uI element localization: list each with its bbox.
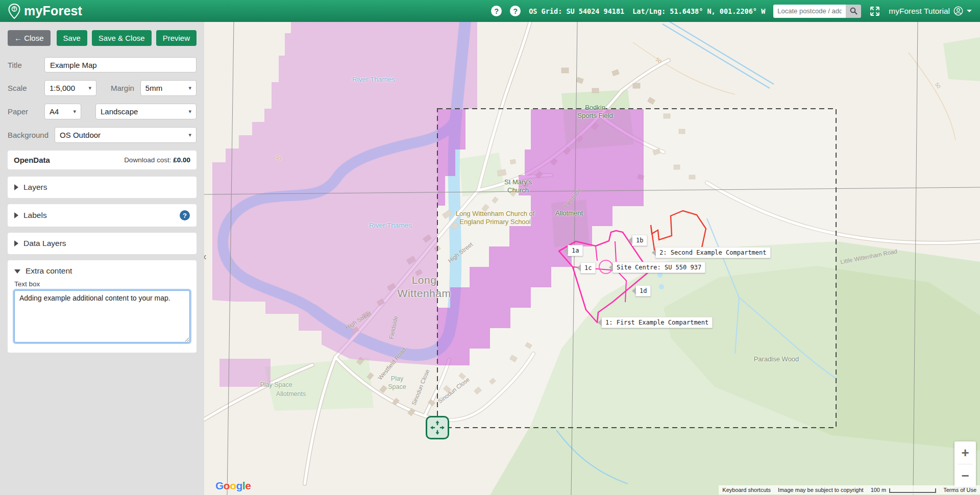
map-base-art xyxy=(204,22,980,495)
preview-button[interactable]: Preview xyxy=(156,30,197,46)
close-button[interactable]: ← Close xyxy=(8,30,51,46)
accordion-data-layers[interactable]: Data Layers xyxy=(8,233,197,254)
accordion-label: Layers xyxy=(23,183,47,192)
margin-label: Margin xyxy=(111,84,134,92)
map-marker-label[interactable]: 1d xyxy=(635,285,651,296)
map-marker-label[interactable]: 1: First Example Compartment xyxy=(601,317,713,328)
map-marker-label[interactable]: Site Centre: SU 550 937 xyxy=(612,262,705,273)
background-label: Background xyxy=(8,131,48,139)
user-avatar-icon xyxy=(953,6,963,16)
map-zoom-control: + − xyxy=(954,441,976,487)
opendata-cost-row: OpenData Download cost: £0.00 xyxy=(8,151,197,169)
os-grid-readout: OS Grid: SU 54024 94181 xyxy=(529,7,624,15)
user-menu[interactable]: myForest Tutorial xyxy=(889,6,972,16)
orientation-select[interactable]: Landscape▾ xyxy=(95,104,197,119)
map-marker-label[interactable]: 1b xyxy=(632,235,647,246)
user-menu-label: myForest Tutorial xyxy=(889,7,950,16)
fullscreen-icon[interactable] xyxy=(869,6,880,17)
help-icon[interactable]: ? xyxy=(491,6,502,16)
search-icon xyxy=(850,7,857,15)
sidebar-collapse-chevron[interactable]: ‹ xyxy=(204,251,207,262)
title-label: Title xyxy=(8,61,39,69)
download-cost: Download cost: £0.00 xyxy=(124,156,190,164)
map-marker-label[interactable]: 2: Second Example Compartment xyxy=(655,247,771,258)
extra-content-textarea[interactable] xyxy=(14,290,190,342)
top-header-bar: myForest ? ? OS Grid: SU 54024 94181 Lat… xyxy=(0,0,980,22)
app-logo[interactable]: myForest xyxy=(8,4,82,19)
chevron-down-icon: ▾ xyxy=(88,85,91,91)
zoom-out-button[interactable]: − xyxy=(954,464,976,487)
textbox-label: Text box xyxy=(14,280,190,288)
map-editor-sidebar: ← Close Save Save & Close Preview Title … xyxy=(0,22,204,495)
opendata-label: OpenData xyxy=(14,156,50,164)
chevron-down-icon: ▾ xyxy=(73,108,76,115)
move-arrows-icon xyxy=(429,419,446,436)
save-and-close-button[interactable]: Save & Close xyxy=(92,30,152,46)
background-select[interactable]: OS Outdoor▾ xyxy=(55,127,197,143)
save-button[interactable]: Save xyxy=(57,30,87,46)
map-pin-logo-icon xyxy=(8,4,20,19)
accordion-extra-content[interactable]: Extra content xyxy=(14,266,190,276)
accordion-layers[interactable]: Layers xyxy=(8,177,197,198)
paper-label: Paper xyxy=(8,107,39,116)
map-canvas[interactable]: ‹ Bodkin Sports FieldSt Mary's ChurchAll… xyxy=(204,22,980,495)
search-button[interactable] xyxy=(846,5,861,18)
chevron-right-icon xyxy=(14,240,18,246)
google-logo[interactable]: Google xyxy=(215,480,251,492)
accordion-label: Data Layers xyxy=(23,239,66,248)
map-attribution: Keyboard shortcuts Image may be subject … xyxy=(719,485,980,495)
paper-size-select[interactable]: A4▾ xyxy=(44,104,81,119)
print-area-move-handle[interactable] xyxy=(426,416,449,439)
map-marker-label[interactable]: 1a xyxy=(568,245,583,256)
scale-select[interactable]: 1:5,000▾ xyxy=(44,80,96,96)
margin-select[interactable]: 5mm▾ xyxy=(140,80,197,96)
accordion-labels[interactable]: Labels? xyxy=(8,204,197,227)
logo-text: myForest xyxy=(24,4,82,18)
terms-of-use-link[interactable]: Terms of Use xyxy=(940,485,980,494)
map-scale-bar: 100 m xyxy=(867,485,940,494)
postcode-search-input[interactable] xyxy=(773,5,846,18)
chevron-right-icon xyxy=(14,184,18,190)
extra-content-panel: Extra content Text box xyxy=(8,260,197,353)
labels-help-icon[interactable]: ? xyxy=(180,210,190,220)
zoom-in-button[interactable]: + xyxy=(954,441,976,464)
scale-label: Scale xyxy=(8,84,39,92)
keyboard-shortcuts-link[interactable]: Keyboard shortcuts xyxy=(719,485,774,494)
chevron-right-icon xyxy=(14,212,18,218)
map-marker-label[interactable]: 1c xyxy=(580,262,596,274)
chevron-down-icon: ▾ xyxy=(188,108,191,115)
title-input[interactable] xyxy=(44,57,197,72)
help-icon-2[interactable]: ? xyxy=(510,6,521,16)
copyright-notice: Image may be subject to copyright xyxy=(774,485,867,494)
chevron-down-icon: ▾ xyxy=(188,132,191,138)
chevron-expanded-icon xyxy=(14,269,20,274)
chevron-down-icon xyxy=(967,10,972,12)
chevron-down-icon: ▾ xyxy=(188,85,191,91)
latlng-readout: Lat/Lng: 51.6438° N, 001.2206° W xyxy=(632,7,765,15)
postcode-search xyxy=(773,5,861,18)
accordion-label: Labels xyxy=(23,211,47,220)
